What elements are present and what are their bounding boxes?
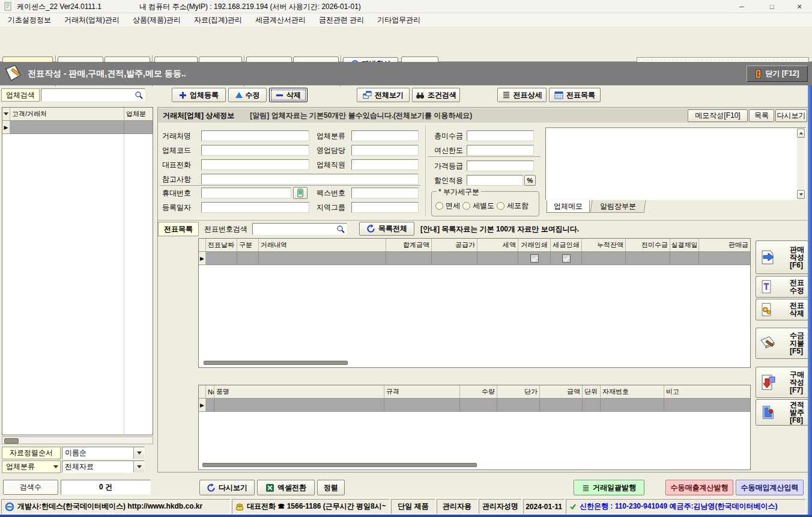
bottom-reload-button[interactable]: 다시보기	[199, 480, 255, 495]
credit-limit-input[interactable]	[467, 145, 534, 156]
slip-col-balance: 누적잔액	[582, 239, 626, 252]
note-input[interactable]	[201, 174, 419, 185]
maximize-button[interactable]: □	[757, 0, 787, 13]
item-col-price: 단가	[497, 385, 540, 399]
view-all-button[interactable]: 전체보기	[357, 88, 410, 102]
menu-item-other-tasks[interactable]: 기타업무관리	[371, 13, 427, 26]
memo-write-button[interactable]: 메모작성[F10]	[688, 109, 748, 122]
scroll-up-button[interactable]	[797, 129, 805, 138]
scroll-down-button[interactable]	[797, 190, 805, 199]
client-code-input[interactable]	[201, 145, 309, 156]
menu-item-data-mgmt[interactable]: 자료(집계)관리	[187, 13, 249, 26]
cascade-windows-icon	[363, 91, 372, 100]
vat-separate-radio[interactable]	[462, 202, 470, 210]
client-name-input[interactable]	[201, 130, 309, 141]
note-label: 참고사항	[162, 174, 191, 185]
menu-item-product-mgmt[interactable]: 상품(제품)관리	[126, 13, 187, 26]
detail-reload-button[interactable]: 다시보기	[775, 109, 807, 122]
client-staff-input[interactable]	[351, 159, 419, 170]
percent-button[interactable]: %	[524, 175, 536, 186]
minimize-button[interactable]: ─	[727, 0, 757, 13]
item-grid-hscroll-thumb[interactable]	[202, 463, 477, 467]
client-list-selected-row[interactable]: ▶	[2, 121, 153, 134]
menu-item-basic-settings[interactable]: 기초설정정보	[1, 13, 58, 26]
sales-rep-input[interactable]	[351, 145, 419, 156]
slip-col-sale: 판매금	[699, 239, 750, 252]
item-grid-selected-row[interactable]: ▶	[199, 399, 750, 412]
vat-included-radio[interactable]	[497, 202, 504, 210]
slip-number-search-input[interactable]	[253, 224, 335, 234]
client-delete-button[interactable]: 삭제	[269, 88, 308, 102]
vat-included-label: 세포함	[507, 201, 529, 211]
item-col-unit: 단위	[583, 385, 601, 399]
payment-button[interactable]: 수금 지불 [F5]	[756, 328, 808, 359]
sort-button[interactable]: 정렬	[317, 480, 345, 495]
tab-client-memo[interactable]: 업체메모	[547, 200, 590, 213]
mobile-sms-button[interactable]	[293, 187, 308, 199]
form-divider	[428, 156, 541, 157]
detail-reload-label: 다시보기	[777, 111, 806, 121]
total-receivable-input[interactable]	[467, 130, 534, 141]
menu-item-client-mgmt[interactable]: 거래처(업체)관리	[58, 13, 126, 26]
region-group-label: 지역그룹	[317, 202, 345, 213]
region-group-input[interactable]	[351, 202, 419, 213]
list-lines-icon	[502, 91, 511, 99]
client-modify-button[interactable]: 수정	[228, 88, 267, 102]
client-search-input[interactable]	[42, 90, 133, 100]
excel-export-button[interactable]: 엑셀전환	[257, 480, 315, 495]
search-icon[interactable]	[135, 91, 143, 99]
slip-list-button[interactable]: 전표목록	[549, 88, 601, 102]
client-memo-area[interactable]	[545, 127, 806, 200]
price-grade-label: 가격등급	[434, 161, 463, 171]
slip-grid-selected-row[interactable]: ▶	[199, 252, 750, 265]
total-receivable-label: 총미수금	[434, 130, 463, 141]
tax-print-checkbox[interactable]	[562, 254, 571, 263]
class-filter-field-combo[interactable]: 업체분류	[2, 460, 61, 473]
trade-print-checkbox[interactable]	[530, 254, 539, 263]
manual-purchase-entry-button[interactable]: 수동매입계산입력	[736, 480, 804, 495]
mobile-input[interactable]	[201, 188, 291, 198]
client-list-hscrollbar[interactable]	[2, 436, 153, 444]
status-product: 단일 제품	[391, 499, 435, 514]
chevron-down-icon[interactable]	[133, 447, 144, 459]
condition-search-button[interactable]: 조건검색	[412, 88, 460, 102]
slip-delete-button[interactable]: 전표 삭제	[756, 299, 808, 320]
sort-order-combo[interactable]: 이름순	[62, 447, 145, 459]
class-filter-combo[interactable]: 전체자료	[62, 460, 145, 473]
slip-grid-hscroll-thumb[interactable]	[204, 361, 348, 365]
close-screen-button[interactable]: 닫기 [F12]	[747, 66, 808, 82]
chevron-down-icon[interactable]	[133, 461, 144, 473]
list-all-button[interactable]: 목록전체	[359, 222, 414, 236]
slip-edit-button[interactable]: 전표 수정	[756, 276, 808, 298]
client-class-input[interactable]	[351, 130, 419, 141]
purchase-write-button[interactable]: 구매 작성 [F7]	[756, 367, 808, 398]
condition-search-label: 조건검색	[428, 90, 456, 100]
discount-input[interactable]	[467, 175, 523, 186]
bottom-reload-label: 다시보기	[219, 483, 247, 493]
tab-alert-ledger[interactable]: 알림장부분	[590, 200, 646, 213]
menu-item-taxinvoice-mgmt[interactable]: 세금계산서관리	[249, 13, 312, 26]
list-button[interactable]: 목록	[749, 109, 774, 122]
window-border-right	[808, 85, 812, 515]
chevron-down-icon[interactable]	[52, 461, 60, 473]
fax-input[interactable]	[351, 188, 419, 198]
menu-item-money-mgmt[interactable]: 금전관련 관리	[312, 13, 371, 26]
reg-date-input[interactable]	[201, 202, 309, 213]
search-icon[interactable]	[336, 225, 345, 233]
vat-exempt-radio[interactable]	[435, 202, 443, 210]
column-menu-button[interactable]	[2, 108, 10, 121]
main-phone-input[interactable]	[201, 159, 309, 170]
scrollbar-thumb[interactable]	[4, 438, 19, 444]
close-button[interactable]: ✕	[787, 0, 812, 13]
manual-sales-invoice-button[interactable]: 수동매출계산발행	[665, 480, 733, 495]
client-register-button[interactable]: 업체등록	[172, 88, 226, 102]
main-phone-label: 대표전화	[162, 159, 191, 170]
sale-write-button[interactable]: 판매 작성 [F6]	[756, 240, 808, 274]
row-marker-icon: ▶	[199, 399, 206, 412]
memo-vscrollbar[interactable]	[797, 129, 805, 199]
quote-order-button[interactable]: 견적 발주 [F8]	[756, 399, 808, 426]
price-grade-input[interactable]	[467, 161, 534, 171]
batch-issue-button[interactable]: 거래일괄발행	[574, 480, 644, 495]
slip-detail-button[interactable]: 전표상세	[497, 88, 547, 102]
item-col-no: No	[206, 385, 214, 399]
